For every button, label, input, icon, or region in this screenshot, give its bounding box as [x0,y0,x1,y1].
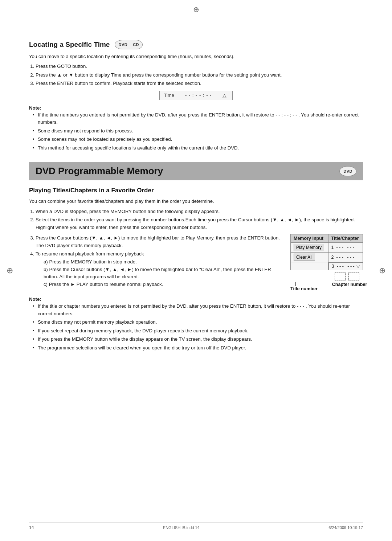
dvd-step-1: When a DVD is stopped, press the MEMORY … [36,208,363,215]
locating-note-label: Note: [29,105,363,111]
dvd-note-5: The programmed selections will be cleare… [33,344,363,352]
dvd-badge-text: DVD [343,169,352,173]
crosshair-right-icon: ⊕ [379,266,385,275]
memory-table: Memory Input Title/Chapter Play Memory 1… [290,234,363,271]
memory-row-2: Clear All 2 - - - - - - [291,252,363,262]
dvd-notes: If the title or chapter numbers you ente… [33,303,363,352]
locating-notes: If the time numbers you entered is not p… [33,111,363,152]
locating-note-2: Some discs may not respond to this proce… [33,127,363,135]
locating-step-2: Press the ▲ or ▼ button to display Time … [36,71,363,79]
chapter-dashed-box [348,272,359,280]
dvd-steps-1-2: When a DVD is stopped, press the MEMORY … [36,208,363,231]
memory-text-col: Press the Cursor buttons (▼, ▲, ◄, ►) to… [29,234,283,291]
memory-section-content: Press the Cursor buttons (▼, ▲, ◄, ►) to… [29,234,363,292]
dvd-only-badge: DVD [339,166,356,176]
memory-row-3: 3 - - - - - - ▽ [291,262,363,270]
dvd-step-4-text: To resume normal playback from memory pl… [36,251,144,257]
dvd-prog-subheading: Playing Titles/Chapters in a Favorite Or… [29,187,363,194]
step4c-label: c) [44,282,49,287]
time-value: - - : - - : - - [185,93,212,98]
locating-note-3: Some scenes may not be located as precis… [33,136,363,143]
memory-input-2[interactable]: Clear All [291,252,328,262]
dashed-boxes [290,272,359,280]
dvd-steps-3-4: Press the Cursor buttons (▼, ▲, ◄, ►) to… [36,234,283,288]
dvd-step-4c: c) Press the ► PLAY button to resume nor… [44,281,283,288]
dvd-step-4a: a) Press the MEMORY button in stop mode. [44,258,283,266]
locating-heading: Locating a Specific Time [29,41,110,49]
locating-heading-row: Locating a Specific Time DVD CD [29,40,363,49]
page-footer: 14 ENGLISH IB.indd 14 6/24/2009 10:19:17 [29,522,363,530]
dvd-step-3: Press the Cursor buttons (▼, ▲, ◄, ►) to… [36,234,283,249]
time-display-box: Time - - : - - : - - △ [159,91,233,100]
dvd-step-2: Select the items in the order you want b… [36,216,363,231]
play-memory-button[interactable]: Play Memory [294,244,324,251]
dvd-step-4: To resume normal playback from memory pl… [36,250,283,288]
step4a-label: a) [44,259,49,265]
section-dvd-programmable: DVD Programmable Memory DVD Playing Titl… [29,162,363,352]
memory-table-col: Memory Input Title/Chapter Play Memory 1… [290,234,363,292]
memory-value-1: 1 - - - - - - [328,242,363,252]
memory-row-1: Play Memory 1 - - - - - - [291,242,363,252]
dvd-note-1: If the title or chapter numbers you ente… [33,303,363,317]
footer-date: 6/24/2009 10:19:17 [328,525,363,530]
dvd-prog-header: DVD Programmable Memory DVD [29,162,363,180]
locating-note-4: This method for accessing specific locat… [33,144,363,152]
title-dashed-box [335,272,346,280]
cd-badge: CD [130,40,143,49]
dvd-prog-title: DVD Programmable Memory [36,165,163,177]
memory-input-3 [291,262,328,270]
title-chapter-label-row: Title number Chapter number [290,282,363,291]
title-chapter-diagram: Title number Chapter number [290,272,363,291]
time-display-container: Time - - : - - : - - △ [29,91,363,100]
section-locating: Locating a Specific Time DVD CD You can … [29,40,363,152]
chapter-number-label: Chapter number [332,282,367,287]
crosshair-left-icon: ⊕ [7,266,13,275]
title-number-col: Title number [290,282,318,291]
locating-step-3: Press the ENTER button to confirm. Playb… [36,79,363,87]
scroll-down-icon: ▽ [356,264,360,269]
clear-all-button[interactable]: Clear All [294,254,315,261]
dvd-badge: DVD [115,40,130,49]
dvd-step-4b: b) Press the Cursor buttons (▼, ▲, ◄, ►)… [44,266,283,281]
footer-filename: ENGLISH IB.indd 14 [163,525,200,530]
time-arrow-icon: △ [222,93,226,98]
dvd-cd-badge: DVD CD [115,40,143,49]
memory-value-3-text: 3 - - - - - - [332,264,355,269]
memory-value-3: 3 - - - - - - ▽ [328,262,363,270]
locating-intro: You can move to a specific location by e… [29,53,363,60]
dvd-note-2: Some discs may not permit memory playbac… [33,319,363,326]
memory-input-1[interactable]: Play Memory [291,242,328,252]
col-memory-input: Memory Input [291,234,328,242]
chapter-number-col: Chapter number [318,282,367,287]
time-label: Time [164,93,174,98]
step4b-label: b) [44,267,49,272]
title-connector-line [295,282,310,286]
title-number-label: Title number [290,286,318,291]
locating-note-1: If the time numbers you entered is not p… [33,111,363,126]
locating-steps: Press the GOTO button. Press the ▲ or ▼ … [36,62,363,87]
dvd-note-3: If you select repeat during memory playb… [33,327,363,335]
page-number: 14 [29,525,34,530]
page: ⊕ ⊕ ⊕ Locating a Specific Time DVD CD Yo… [0,0,392,541]
dvd-note-label: Note: [29,296,363,302]
col-title-chapter: Title/Chapter [328,234,363,242]
locating-step-1: Press the GOTO button. [36,62,363,70]
dvd-prog-intro: You can combine your favorite titles/cha… [29,198,363,205]
dvd-note-4: If you press the MEMORY button while the… [33,336,363,343]
memory-value-2: 2 - - - - - - [328,252,363,262]
crosshair-top-icon: ⊕ [193,5,199,14]
memory-table-header-row: Memory Input Title/Chapter [291,234,363,242]
